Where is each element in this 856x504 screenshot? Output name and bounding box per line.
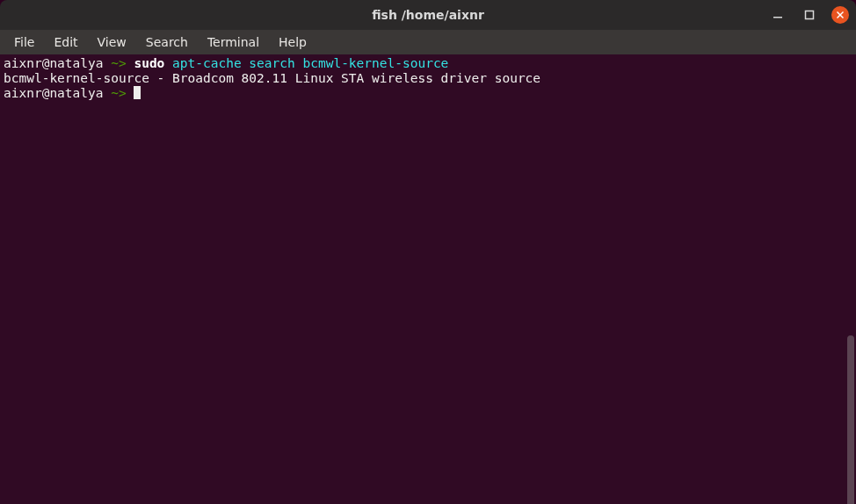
- scrollbar[interactable]: [847, 335, 854, 504]
- menu-file[interactable]: File: [5, 32, 43, 52]
- titlebar: fish /home/aixnr: [0, 0, 856, 30]
- terminal-line: aixnr@natalya ~> sudo apt-cache search b…: [4, 56, 852, 71]
- close-button[interactable]: [831, 6, 849, 24]
- menu-view[interactable]: View: [89, 32, 135, 52]
- cmd-args: apt-cache search bcmwl-kernel-source: [164, 56, 448, 70]
- terminal-area[interactable]: aixnr@natalya ~> sudo apt-cache search b…: [0, 54, 856, 504]
- maximize-icon: [804, 10, 815, 20]
- cmd-sudo: sudo: [134, 56, 164, 70]
- menubar: File Edit View Search Terminal Help: [0, 30, 856, 54]
- menu-help[interactable]: Help: [270, 32, 316, 52]
- close-icon: [836, 11, 845, 19]
- maximize-button[interactable]: [800, 5, 819, 25]
- prompt-arrow: ~>: [104, 56, 134, 70]
- window-controls: [768, 5, 849, 25]
- svg-rect-1: [806, 11, 814, 19]
- prompt-user: aixnr@natalya: [4, 86, 104, 100]
- window-title: fish /home/aixnr: [372, 8, 484, 22]
- minimize-button[interactable]: [768, 5, 787, 25]
- menu-terminal[interactable]: Terminal: [199, 32, 268, 52]
- prompt-arrow: ~>: [104, 86, 134, 100]
- svg-rect-0: [773, 17, 782, 18]
- output-text: bcmwl-kernel-source - Broadcom 802.11 Li…: [4, 71, 540, 85]
- menu-edit[interactable]: Edit: [45, 32, 86, 52]
- prompt-user: aixnr@natalya: [4, 56, 104, 70]
- minimize-icon: [773, 10, 783, 20]
- menu-search[interactable]: Search: [137, 32, 197, 52]
- cursor: [134, 86, 141, 99]
- terminal-line: bcmwl-kernel-source - Broadcom 802.11 Li…: [4, 71, 852, 86]
- terminal-line: aixnr@natalya ~>: [4, 86, 852, 101]
